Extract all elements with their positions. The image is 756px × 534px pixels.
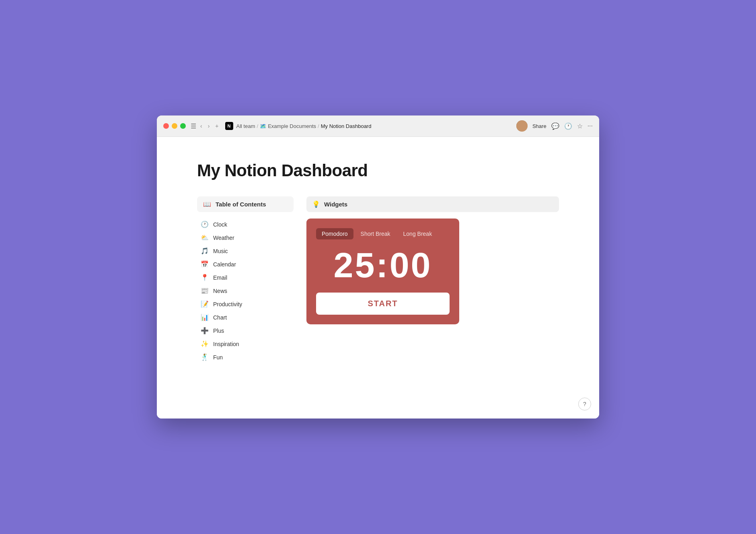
browser-nav-controls: ☰ ‹ › + [191,122,220,130]
toc-item-music[interactable]: 🎵 Music [197,245,294,257]
sidebar-toggle-icon[interactable]: ☰ [191,122,196,130]
help-button[interactable]: ? [578,398,591,410]
toc-item-chart[interactable]: 📊 Chart [197,311,294,323]
close-button[interactable] [163,123,169,129]
toc-item-fun[interactable]: 🕺 Fun [197,351,294,363]
email-icon: 📍 [200,274,209,281]
browser-chrome: ☰ ‹ › + N All team / 🗺️ Example Document… [157,115,599,137]
toc-header: 📖 Table of Contents [197,196,294,212]
toc-item-calendar[interactable]: 📅 Calendar [197,258,294,270]
productivity-icon: 📝 [200,300,209,308]
history-icon[interactable]: 🕐 [564,122,572,130]
forward-button[interactable]: › [206,122,212,130]
start-button[interactable]: START [316,293,450,315]
toc-label-clock: Clock [213,221,227,228]
toc-icon: 📖 [203,200,212,208]
toc-label-music: Music [213,248,228,254]
widgets-column: 💡 Widgets Pomodoro Short Break Long Brea… [306,196,559,324]
minimize-button[interactable] [172,123,177,129]
toc-item-productivity[interactable]: 📝 Productivity [197,298,294,310]
new-tab-button[interactable]: + [214,122,220,130]
toc-item-clock[interactable]: 🕐 Clock [197,219,294,230]
weather-icon: ⛅ [200,234,209,241]
toc-column: 📖 Table of Contents 🕐 Clock ⛅ Weather 🎵 … [197,196,294,363]
toc-label-calendar: Calendar [213,261,236,268]
toc-label-email: Email [213,274,227,281]
address-bar: N All team / 🗺️ Example Documents / My N… [225,122,512,130]
clock-icon: 🕐 [200,221,209,228]
toc-label-inspiration: Inspiration [213,341,239,347]
breadcrumb-page[interactable]: My Notion Dashboard [321,123,372,129]
widgets-header: 💡 Widgets [306,196,559,212]
music-icon: 🎵 [200,247,209,255]
fun-icon: 🕺 [200,353,209,361]
timer-display: 25:00 [316,247,450,283]
toc-item-weather[interactable]: ⛅ Weather [197,232,294,243]
chart-icon: 📊 [200,313,209,321]
plus-icon: ➕ [200,327,209,334]
inspiration-icon: ✨ [200,340,209,348]
toc-item-inspiration[interactable]: ✨ Inspiration [197,338,294,350]
toc-label-news: News [213,288,227,294]
timer-tabs: Pomodoro Short Break Long Break [316,228,450,239]
avatar-image [516,120,528,132]
tab-pomodoro[interactable]: Pomodoro [316,228,353,239]
page-title: My Notion Dashboard [197,161,559,180]
toc-title: Table of Contents [216,201,266,208]
star-icon[interactable]: ☆ [577,122,583,130]
toc-label-productivity: Productivity [213,301,242,307]
breadcrumb-team[interactable]: All team [236,123,255,129]
breadcrumb: All team / 🗺️ Example Documents / My Not… [236,123,372,129]
comment-icon[interactable]: 💬 [551,122,559,130]
notion-logo-icon: N [225,122,233,130]
toc-item-email[interactable]: 📍 Email [197,272,294,283]
toc-item-plus[interactable]: ➕ Plus [197,325,294,336]
breadcrumb-section[interactable]: Example Documents [268,123,316,129]
toc-label-plus: Plus [213,328,224,334]
maximize-button[interactable] [180,123,186,129]
breadcrumb-sep-2: / [318,123,319,129]
calendar-icon: 📅 [200,260,209,268]
news-icon: 📰 [200,287,209,295]
back-button[interactable]: ‹ [199,122,204,130]
page-content: My Notion Dashboard 📖 Table of Contents … [157,137,599,419]
browser-actions: Share 💬 🕐 ☆ ··· [516,120,593,132]
share-button[interactable]: Share [532,123,546,129]
toc-label-fun: Fun [213,354,223,361]
widgets-title: Widgets [324,201,347,208]
toc-label-chart: Chart [213,314,227,321]
tab-long-break[interactable]: Long Break [398,228,438,239]
tab-short-break[interactable]: Short Break [355,228,396,239]
avatar[interactable] [516,120,528,132]
toc-label-weather: Weather [213,235,234,241]
widgets-icon: 💡 [312,200,320,208]
breadcrumb-sep-1: / [257,123,259,129]
breadcrumb-section-emoji: 🗺️ [260,123,266,129]
traffic-lights [163,123,186,129]
two-column-layout: 📖 Table of Contents 🕐 Clock ⛅ Weather 🎵 … [197,196,559,363]
toc-list: 🕐 Clock ⛅ Weather 🎵 Music 📅 Calendar [197,219,294,363]
pomodoro-widget: Pomodoro Short Break Long Break 25:00 ST… [306,219,459,324]
toc-item-news[interactable]: 📰 News [197,285,294,297]
more-icon[interactable]: ··· [588,122,593,130]
